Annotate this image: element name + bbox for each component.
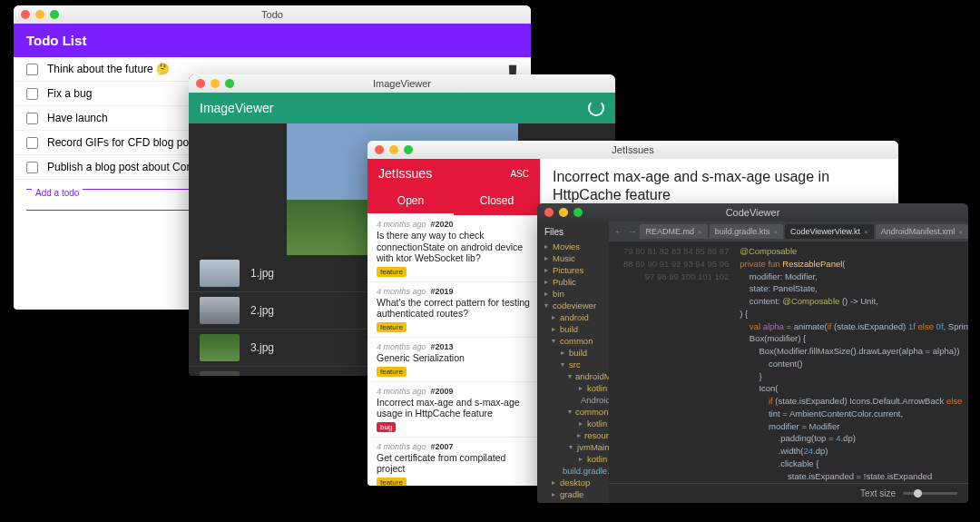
close-tab-icon[interactable]: ×	[864, 228, 868, 236]
disclosure-icon[interactable]: ▸	[559, 349, 565, 357]
tree-node[interactable]: ▸Movies	[543, 241, 609, 252]
close-icon[interactable]	[196, 79, 205, 88]
minimize-icon[interactable]	[35, 10, 44, 19]
nav-forward-icon[interactable]: →	[626, 227, 638, 236]
tree-node[interactable]: ▸desktop	[543, 477, 609, 488]
zoom-icon[interactable]	[50, 10, 59, 19]
close-icon[interactable]	[375, 145, 384, 154]
tree-node[interactable]: ▸Public	[543, 276, 609, 288]
tree-node[interactable]: ▸resources	[543, 429, 609, 441]
checkbox-icon[interactable]	[26, 113, 38, 124]
checkbox-icon[interactable]	[26, 137, 38, 149]
tree-node[interactable]: build.gradle.kts	[543, 465, 609, 477]
disclosure-icon[interactable]: ▸	[577, 419, 583, 428]
tree-node[interactable]: ▾src	[543, 359, 609, 370]
disclosure-icon[interactable]: ▸	[543, 278, 549, 286]
zoom-icon[interactable]	[404, 145, 413, 154]
nav-back-icon[interactable]: ←	[612, 227, 624, 236]
imageviewer-titlebar[interactable]: ImageViewer	[189, 74, 615, 93]
close-tab-icon[interactable]: ×	[773, 228, 778, 236]
tree-node[interactable]: ▸build	[543, 347, 609, 359]
codeviewer-titlebar[interactable]: CodeViewer	[537, 203, 968, 222]
text-size-slider[interactable]	[903, 492, 957, 495]
checkbox-icon[interactable]	[26, 162, 38, 173]
issue-row[interactable]: 4 months ago #2007 Get certificate from …	[368, 438, 540, 486]
code-area[interactable]: 79 80 81 82 83 84 85 86 87 88 89 90 91 9…	[609, 241, 968, 483]
disclosure-icon[interactable]: ▾	[559, 360, 565, 369]
disclosure-icon[interactable]: ▸	[550, 490, 556, 498]
minimize-icon[interactable]	[389, 145, 398, 154]
trash-icon[interactable]	[507, 63, 518, 75]
disclosure-icon[interactable]: ▸	[543, 266, 549, 274]
editor-tab[interactable]: AndroidManifest.xml×	[876, 224, 968, 239]
zoom-icon[interactable]	[573, 208, 583, 217]
tree-node[interactable]: ▸kotlin	[543, 418, 609, 429]
close-tab-icon[interactable]: ×	[698, 228, 702, 236]
tree-node[interactable]: ▾codeviewer	[543, 300, 609, 311]
issue-title: Get certificate from compilated project	[377, 452, 531, 475]
tree-node[interactable]: README.md	[543, 500, 609, 503]
imageviewer-header: ImageViewer	[189, 93, 615, 123]
file-tree[interactable]: Files ▸Movies▸Music▸Pictures▸Public▸bin▾…	[537, 222, 609, 503]
tree-node[interactable]: AndroidManifest.xml	[543, 394, 609, 406]
minimize-icon[interactable]	[559, 208, 568, 217]
disclosure-icon[interactable]: ▾	[568, 372, 572, 380]
tree-node[interactable]: ▸Music	[543, 252, 609, 264]
tree-node[interactable]: ▾commonMain	[543, 406, 609, 418]
issue-row[interactable]: 4 months ago #2013 Generic Serialization…	[368, 338, 540, 382]
issue-age: 4 months ago	[377, 442, 426, 451]
refresh-icon[interactable]	[588, 100, 604, 116]
issue-row[interactable]: 4 months ago #2019 What's the correct pa…	[368, 282, 540, 338]
disclosure-icon[interactable]: ▸	[577, 455, 583, 463]
editor-tab[interactable]: README.md×	[640, 224, 707, 239]
app-title: JetIssues	[378, 166, 432, 181]
issue-row[interactable]: 4 months ago #2020 Is there any way to c…	[368, 215, 540, 282]
tree-node[interactable]: ▾androidMain	[543, 370, 609, 382]
issue-list: 4 months ago #2020 Is there any way to c…	[368, 215, 540, 486]
close-icon[interactable]	[21, 10, 30, 19]
issue-age: 4 months ago	[377, 287, 426, 296]
thumbnail-image	[200, 334, 240, 361]
issues-header: JetIssues ASC	[368, 159, 540, 188]
disclosure-icon[interactable]: ▸	[543, 254, 549, 262]
editor-tab[interactable]: build.gradle.kts×	[710, 224, 783, 239]
window-title: Todo	[14, 9, 531, 20]
tree-node[interactable]: ▸kotlin	[543, 453, 609, 465]
tree-node[interactable]: ▸gradle	[543, 488, 609, 500]
tree-node[interactable]: ▾common	[543, 335, 609, 347]
checkbox-icon[interactable]	[26, 64, 38, 75]
file-tree-header: Files	[543, 225, 609, 241]
tree-node[interactable]: ▾jvmMain	[543, 441, 609, 453]
tree-node[interactable]: ▸android	[543, 311, 609, 323]
disclosure-icon[interactable]: ▾	[568, 408, 572, 416]
disclosure-icon[interactable]: ▸	[543, 290, 549, 298]
editor-tab[interactable]: CodeViewerView.kt×	[785, 224, 874, 239]
tree-node[interactable]: ▸Pictures	[543, 264, 609, 276]
tree-node[interactable]: ▸kotlin	[543, 382, 609, 394]
disclosure-icon[interactable]: ▸	[550, 313, 556, 321]
disclosure-icon[interactable]: ▸	[550, 325, 556, 333]
disclosure-icon[interactable]: ▾	[550, 337, 556, 345]
sort-toggle[interactable]: ASC	[510, 169, 529, 179]
checkbox-icon[interactable]	[26, 88, 38, 100]
tree-label: kotlin	[587, 454, 607, 464]
disclosure-icon[interactable]: ▸	[577, 384, 583, 392]
tree-node[interactable]: ▸build	[543, 323, 609, 335]
tree-node[interactable]: ▸bin	[543, 288, 609, 300]
disclosure-icon[interactable]: ▸	[550, 478, 556, 487]
tab-open[interactable]: Open	[368, 188, 454, 215]
disclosure-icon[interactable]: ▾	[543, 301, 549, 310]
close-icon[interactable]	[544, 208, 554, 217]
jetissues-titlebar[interactable]: JetIssues	[368, 141, 898, 159]
todo-titlebar[interactable]: Todo	[14, 5, 531, 24]
issue-number: #2019	[431, 287, 454, 296]
tab-closed[interactable]: Closed	[454, 188, 540, 215]
disclosure-icon[interactable]: ▾	[568, 443, 573, 451]
close-tab-icon[interactable]: ×	[958, 228, 963, 236]
disclosure-icon[interactable]: ▸	[577, 431, 581, 439]
minimize-icon[interactable]	[211, 79, 220, 88]
issue-row[interactable]: 4 months ago #2009 Incorrect max-age and…	[368, 382, 540, 438]
disclosure-icon[interactable]: ▸	[543, 242, 549, 251]
zoom-icon[interactable]	[225, 79, 234, 88]
add-todo-placeholder: Add a todo	[32, 188, 83, 198]
